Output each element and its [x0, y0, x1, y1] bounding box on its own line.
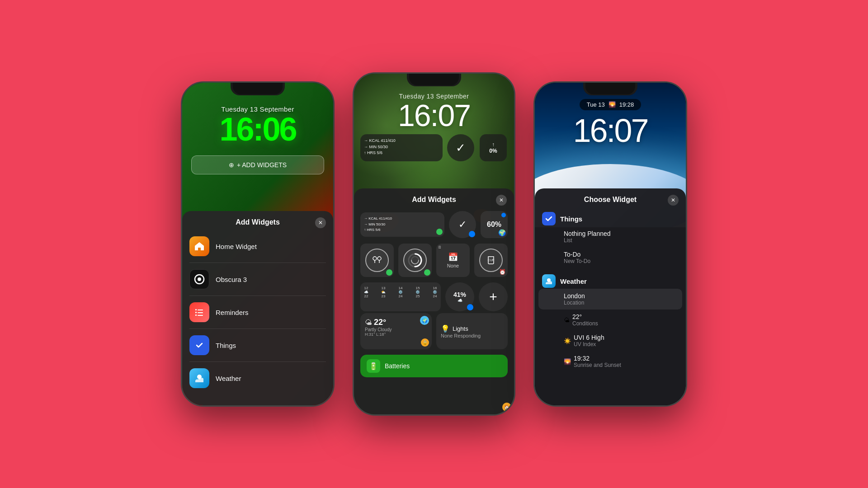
list-item-things[interactable]: Things	[182, 331, 333, 360]
svg-text:CUP: CUP	[488, 258, 495, 262]
cw-close-button[interactable]: ✕	[668, 195, 679, 206]
cw-header: Choose Widget ✕	[535, 196, 686, 208]
obscura-label: Obscura 3	[216, 276, 247, 283]
none-widget[interactable]: 📅 None 🗓	[436, 244, 470, 277]
batteries-label: Batteries	[385, 362, 410, 370]
conditions-row: 🌤 22° Conditions	[564, 313, 675, 327]
svg-point-1	[198, 277, 201, 281]
svg-rect-5	[198, 312, 203, 313]
list-item-homewidget[interactable]: Home Widget	[182, 232, 333, 261]
notch-2	[409, 74, 459, 85]
forecast-widget[interactable]: 12☁️22 13⛅23 14⚙️24 15⚙️25 16⚙️24	[360, 282, 441, 311]
homewidget-label: Home Widget	[216, 243, 257, 250]
add-widget-plus[interactable]: +	[479, 282, 508, 311]
airpods-widget[interactable]	[360, 244, 394, 277]
ring-widget[interactable]	[398, 244, 432, 277]
reminders-icon	[189, 302, 209, 322]
home-badge: 🏠	[502, 403, 511, 412]
conditions-sub: Conditions	[572, 320, 598, 327]
sun-icon-sm: ☀️	[564, 338, 571, 344]
lock-badge: 🔒	[421, 338, 429, 347]
pct-widget[interactable]: ↑0%	[479, 134, 508, 161]
blue-badge-2	[467, 304, 473, 310]
weather-uvi[interactable]: ☀️ UVI 6 High UV Index	[538, 330, 682, 351]
svg-rect-7	[198, 315, 203, 316]
sunrise-sub: Sunrise and Sunset	[574, 362, 621, 368]
svg-point-10	[373, 257, 377, 260]
weather-temp: 22°	[374, 318, 386, 327]
sunrise-row: 🌄 19:32 Sunrise and Sunset	[564, 355, 675, 368]
things-todo[interactable]: To-Do New To-Do	[538, 247, 682, 268]
list-item-obscura[interactable]: Obscura 3	[182, 265, 333, 294]
check-widget[interactable]: ✓	[446, 134, 475, 161]
batteries-button[interactable]: 🔋 Batteries	[360, 355, 508, 377]
nothing-planned-sub: List	[564, 237, 675, 244]
time-label-2: 16:07	[354, 100, 514, 131]
airpods-circle	[365, 249, 389, 272]
weather-sunrise[interactable]: 🌄 19:32 Sunrise and Sunset	[538, 351, 682, 372]
screen-3: Tue 13 🌄 19:28 16:07 Choose Widget ✕ Thi…	[535, 83, 686, 405]
cup-widget[interactable]: CUP ⏰	[474, 244, 508, 277]
weather-conditions[interactable]: 🌤 22° Conditions	[538, 310, 682, 330]
close-button-1[interactable]: ✕	[315, 217, 326, 228]
add-widgets-panel-2: Add Widgets ✕ → KCAL 411/410→ MIN 50/30↑…	[354, 188, 514, 414]
divider-1	[189, 263, 326, 263]
phone3-time-area: 16:07	[535, 114, 686, 147]
ring41-widget[interactable]: 41% ☁️	[445, 282, 474, 311]
pct-value: ↑0%	[480, 134, 507, 161]
close-button-2[interactable]: ✕	[496, 195, 507, 206]
divider-3	[189, 328, 326, 329]
phone-2: Tuesday 13 September 16:07 → KCAL 411/41…	[353, 72, 515, 416]
sunrise-title: 19:32	[574, 355, 621, 362]
plus-icon: ⊕	[229, 161, 234, 169]
london-title: London	[564, 292, 675, 300]
widget-row-1: → KCAL 411/410→ MIN 50/30↑ HRS 5/6 ✓ 60%…	[354, 209, 514, 240]
green-badge-2	[386, 269, 392, 276]
sunrise-icon: 🌄	[609, 101, 616, 108]
weather-cloud-icon: 🌤	[365, 319, 372, 327]
sunrise-text: 19:32 Sunrise and Sunset	[574, 355, 621, 368]
clock-icon-sm: ⏰	[499, 269, 506, 275]
things-nothing-planned[interactable]: Nothing Planned List	[538, 226, 682, 247]
panel-header-2: Add Widgets ✕	[354, 196, 514, 209]
activity-widget-sm[interactable]: → KCAL 411/410→ MIN 50/30↑ HRS 5/6	[360, 212, 444, 237]
weather-section-header: Weather	[535, 271, 686, 289]
green-badge-3	[424, 269, 430, 276]
blue-dot	[501, 213, 506, 217]
widget-grid-row2: 📅 None 🗓 CUP ⏰	[354, 240, 514, 281]
check-widget-sm[interactable]: ✓	[449, 211, 476, 238]
green-badge-1	[436, 229, 443, 235]
add-widgets-button[interactable]: ⊕ + ADD WIDGETS	[191, 155, 324, 174]
list-item-weather[interactable]: Weather	[182, 364, 333, 393]
london-sub: Location	[564, 300, 675, 306]
weather-london[interactable]: London Location	[538, 289, 682, 310]
weather-section-title: Weather	[560, 277, 587, 285]
things-section-header: Things	[535, 208, 686, 226]
homewidget-icon	[189, 236, 209, 256]
earth-emoji: 🌍	[498, 229, 506, 236]
choose-widget-panel: Choose Widget ✕ Things Nothing Planned L…	[535, 188, 686, 405]
things-section-icon	[542, 212, 556, 225]
lights-widget[interactable]: 💡 Lights None Responding 🏠	[436, 313, 508, 349]
lights-label: Lights	[453, 325, 468, 332]
weather-icon	[189, 368, 209, 388]
list-item-reminders[interactable]: Reminders	[182, 298, 333, 327]
uvi-sub: UV Index	[574, 341, 604, 347]
widget-row-3: 12☁️22 13⛅23 14⚙️24 15⚙️25 16⚙️24	[354, 281, 514, 313]
screen-1: Tuesday 13 September 16:06 ⊕ + ADD WIDGE…	[182, 83, 333, 405]
sunrise-icon-sm: 🌄	[564, 358, 571, 365]
status-date: Tue 13	[587, 101, 605, 108]
activity-widget[interactable]: → KCAL 411/410→ MIN 50/30↑ HRS 5/6	[360, 134, 443, 161]
add-widgets-label: + ADD WIDGETS	[237, 161, 287, 169]
none-cell-content: 📅 None	[447, 252, 459, 268]
svg-rect-3	[198, 310, 203, 310]
calendar-icon-sm: 🗓	[438, 245, 442, 249]
weather-bottom-widget[interactable]: 🌤 22° Partly Cloudy H:31° L:18° 🔒 🌍	[360, 313, 432, 349]
ring-circle	[403, 249, 427, 272]
obscura-icon	[189, 269, 209, 289]
uvi-row: ☀️ UVI 6 High UV Index	[564, 334, 675, 347]
pct60-widget[interactable]: 60% 🌍	[481, 211, 508, 238]
panel-title-1: Add Widgets	[236, 218, 280, 226]
status-time: 19:28	[619, 101, 634, 108]
things-section-title: Things	[560, 215, 582, 223]
